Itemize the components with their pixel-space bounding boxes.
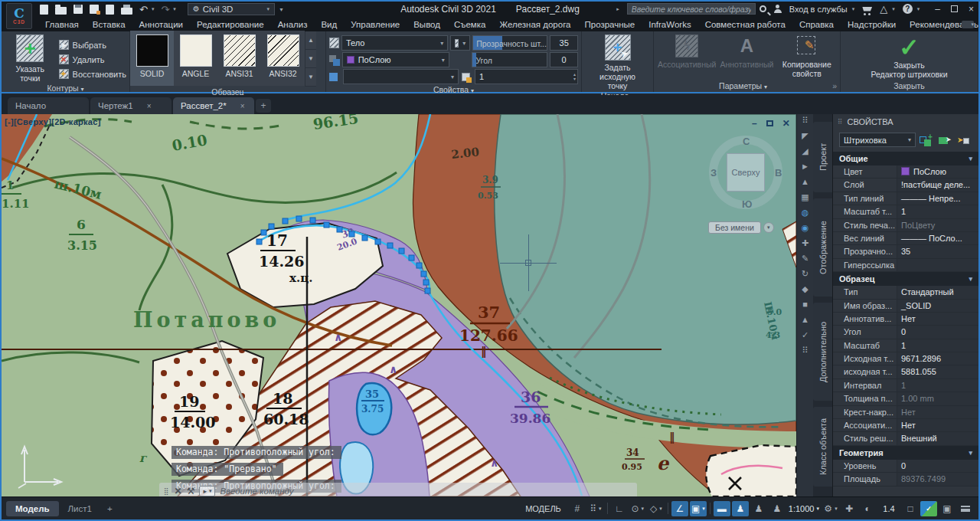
- redo-caret-icon[interactable]: ▾: [173, 6, 176, 12]
- property-value[interactable]: 1: [897, 339, 978, 352]
- workspace-switcher[interactable]: ⚙ Civil 3D ▾: [188, 3, 275, 15]
- online-map-icon[interactable]: ◉: [802, 224, 809, 232]
- panel-title-boundaries[interactable]: Контуры ▾: [2, 83, 129, 94]
- search-input[interactable]: [627, 3, 756, 15]
- help-caret-icon[interactable]: ▾: [917, 6, 920, 12]
- quick-select-icon[interactable]: ➤: [956, 134, 971, 146]
- ribbon-tab[interactable]: Железная дорога: [492, 20, 577, 29]
- vp-minimize-icon[interactable]: –: [752, 118, 757, 129]
- viewcube-east[interactable]: В: [775, 167, 782, 179]
- property-value[interactable]: ——— Непре...: [897, 192, 978, 205]
- point-tool-icon[interactable]: ▲: [801, 178, 809, 186]
- graphics-performance-icon[interactable]: ◐: [859, 501, 876, 516]
- panel-title-hatch-properties[interactable]: Свойства ▾: [326, 84, 581, 96]
- angle-value[interactable]: 0: [550, 52, 578, 67]
- property-value[interactable]: ПоСлою: [897, 165, 978, 178]
- model-space-indicator[interactable]: МОДЕЛЬ: [525, 504, 561, 513]
- isodraft-icon[interactable]: ◇: [648, 501, 665, 516]
- ribbon-tab[interactable]: InfraWorks: [642, 20, 697, 29]
- panel-title-options[interactable]: Параметры ▾ »: [654, 80, 840, 92]
- vp-restore-icon[interactable]: [766, 120, 773, 126]
- undo-caret-icon[interactable]: ▾: [152, 6, 155, 12]
- property-row[interactable]: Интервал1: [833, 379, 978, 392]
- ribbon-overflow-icon[interactable]: »: [946, 20, 959, 28]
- ribbon-tab[interactable]: Справка: [792, 20, 841, 29]
- pick-points-button[interactable]: + Указать точки: [5, 34, 56, 83]
- print-icon[interactable]: [121, 8, 132, 15]
- save-icon[interactable]: [74, 5, 83, 14]
- ribbon-tab[interactable]: Надстройки: [841, 20, 903, 29]
- geolocation-icon[interactable]: ◍: [802, 208, 809, 217]
- pattern-item[interactable]: ANSI31: [217, 31, 261, 86]
- tin-tool-icon[interactable]: ▲: [801, 316, 809, 324]
- palette-tab-project[interactable]: Проект: [813, 122, 832, 192]
- move-tool-icon[interactable]: ✚: [802, 239, 808, 247]
- surface-tool-icon[interactable]: ◢: [802, 147, 808, 156]
- app-store-cart-icon[interactable]: [862, 7, 872, 13]
- viewcube-face[interactable]: Сверху: [727, 153, 765, 192]
- sign-in-link[interactable]: Вход в службы: [789, 5, 848, 14]
- palette-tab-display[interactable]: Отображение: [813, 198, 832, 297]
- property-row[interactable]: Стиль печа...ПоЦвету: [833, 219, 978, 232]
- close-hatch-editor-button[interactable]: ✓ ЗакрытьРедактор штриховки: [860, 34, 959, 79]
- palette-title-bar[interactable]: ⠿ СВОЙСТВА: [833, 114, 978, 129]
- new-drawing-tab-button[interactable]: +: [256, 99, 271, 113]
- property-value[interactable]: ПоЦвету: [897, 219, 978, 231]
- section-header-geometry[interactable]: Геометрия▾: [833, 446, 978, 460]
- snap-icon[interactable]: ⠿: [587, 501, 604, 516]
- viewcube-south[interactable]: Ю: [742, 198, 752, 210]
- help-icon[interactable]: ?: [903, 4, 913, 14]
- property-row[interactable]: Гиперссылка: [833, 259, 978, 272]
- view-tag-caret-icon[interactable]: ▾: [763, 222, 774, 233]
- section-header-pattern[interactable]: Образец▾: [833, 272, 978, 286]
- autodesk-app-icon[interactable]: △: [880, 4, 887, 14]
- lineweight-icon[interactable]: ▬: [714, 501, 730, 516]
- command-settings-icon[interactable]: ⚒: [187, 486, 195, 496]
- object-snap-icon[interactable]: ▣: [690, 501, 707, 516]
- view-name-tag[interactable]: Без имени: [708, 221, 761, 234]
- gallery-up-icon[interactable]: ▲: [305, 31, 316, 50]
- application-menu-button[interactable]: C C3D: [6, 3, 32, 29]
- transparency-slider[interactable]: Прозрачность шт...: [472, 35, 547, 51]
- match-properties-button[interactable]: ✎ Копированиесвойств: [777, 34, 837, 78]
- object-snap-tracking-icon[interactable]: ∠: [671, 501, 688, 516]
- command-prompt-icon[interactable]: ▸▾: [199, 486, 215, 496]
- ribbon-tab[interactable]: Вывод: [407, 20, 447, 29]
- hatch-type-select[interactable]: Тело▾: [341, 35, 448, 51]
- viewcube[interactable]: Сверху С Ю В З: [709, 136, 786, 212]
- search-expand-icon[interactable]: ▸: [616, 6, 619, 12]
- command-drag-handle[interactable]: ⣿: [164, 487, 170, 495]
- toolbar-grip-bottom[interactable]: ⠿: [802, 346, 808, 355]
- property-row[interactable]: Уровень0: [833, 460, 978, 473]
- transparency-mode-icon[interactable]: ▾: [450, 35, 470, 51]
- parcel-tool-icon[interactable]: ◆: [802, 285, 808, 293]
- units-icon[interactable]: □: [902, 501, 919, 516]
- property-row[interactable]: Масштаб1: [833, 339, 978, 352]
- new-file-icon[interactable]: [40, 5, 48, 15]
- gallery-expand-icon[interactable]: ▼: [305, 68, 316, 87]
- property-value[interactable]: 1.00 mm: [897, 392, 978, 405]
- doc-tab-drawing1[interactable]: Чертеж1 ×: [90, 97, 172, 114]
- panel-expand-icon[interactable]: »: [832, 80, 837, 91]
- isolate-objects-icon[interactable]: ✚: [841, 501, 858, 516]
- remove-boundary-button[interactable]: ✕Удалить: [59, 52, 126, 67]
- property-value[interactable]: 89376.7499: [897, 473, 978, 485]
- property-row[interactable]: Вес линий——— ПоСло...: [833, 232, 978, 245]
- property-value[interactable]: Стандартный: [897, 286, 978, 298]
- property-row[interactable]: Масштаб т...1: [833, 205, 978, 218]
- save-as-icon[interactable]: [90, 5, 99, 14]
- close-tab-icon[interactable]: ×: [240, 102, 245, 110]
- solid-tool-icon[interactable]: ■: [802, 300, 808, 309]
- palette-tab-extra[interactable]: Дополнительно: [813, 303, 832, 401]
- ribbon-tab[interactable]: Прозрачные: [578, 20, 642, 29]
- annotation-icon[interactable]: ♟: [769, 501, 786, 516]
- ortho-icon[interactable]: ∟: [611, 501, 628, 516]
- drawing-viewport[interactable]: 96.15 0.10 ш.10м 6 3.15 1 1.11 Потапово …: [2, 114, 796, 496]
- check-tool-icon[interactable]: ✓: [802, 331, 808, 339]
- annotation-autoscale-icon[interactable]: ♟: [750, 501, 767, 516]
- vp-close-icon[interactable]: ✕: [782, 118, 790, 129]
- property-row[interactable]: Крест-накр...Нет: [833, 406, 978, 419]
- flag-caret-icon[interactable]: ▾: [971, 21, 974, 28]
- layout-tab[interactable]: Лист1: [59, 501, 101, 516]
- close-button[interactable]: ×: [969, 4, 974, 15]
